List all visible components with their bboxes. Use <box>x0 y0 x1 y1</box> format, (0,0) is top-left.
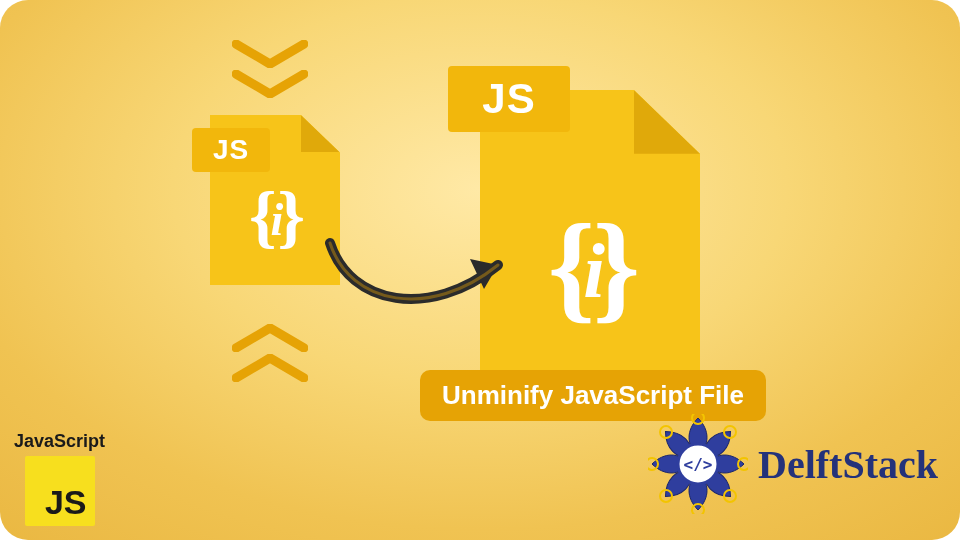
file-fold-icon <box>634 90 700 154</box>
caption-text: Unminify JavaScript File <box>442 380 744 410</box>
javascript-logo: JavaScript JS <box>14 431 105 526</box>
brace-left: { <box>249 177 273 257</box>
delftstack-tag-glyph: </> <box>684 455 713 474</box>
js-tab-small-label: JS <box>213 134 249 166</box>
file-fold-icon <box>301 115 340 152</box>
javascript-badge-icon: JS <box>25 456 95 526</box>
brace-right: } <box>593 198 632 336</box>
javascript-logo-label: JavaScript <box>14 431 105 452</box>
js-tab-large: JS <box>448 66 570 132</box>
chevron-up-icon <box>232 324 308 352</box>
chevron-up-icon <box>232 354 308 382</box>
delftstack-logo: </> DelftStack <box>648 414 938 514</box>
brace-i: i <box>271 193 280 246</box>
brace-left: { <box>548 198 587 336</box>
javascript-badge-text: JS <box>45 483 87 522</box>
chevron-down-icon <box>232 70 308 98</box>
js-tab-small: JS <box>192 128 270 172</box>
arrow-right-icon <box>320 225 520 335</box>
brace-i: i <box>583 226 597 316</box>
brace-right: } <box>277 177 301 257</box>
delftstack-mandala-icon: </> <box>648 414 748 514</box>
hero-graphic: { i } JS { i } JS Unminify JavaScript F <box>0 0 960 540</box>
chevron-down-icon <box>232 40 308 68</box>
js-tab-large-label: JS <box>482 75 535 123</box>
delftstack-name: DelftStack <box>758 441 938 488</box>
